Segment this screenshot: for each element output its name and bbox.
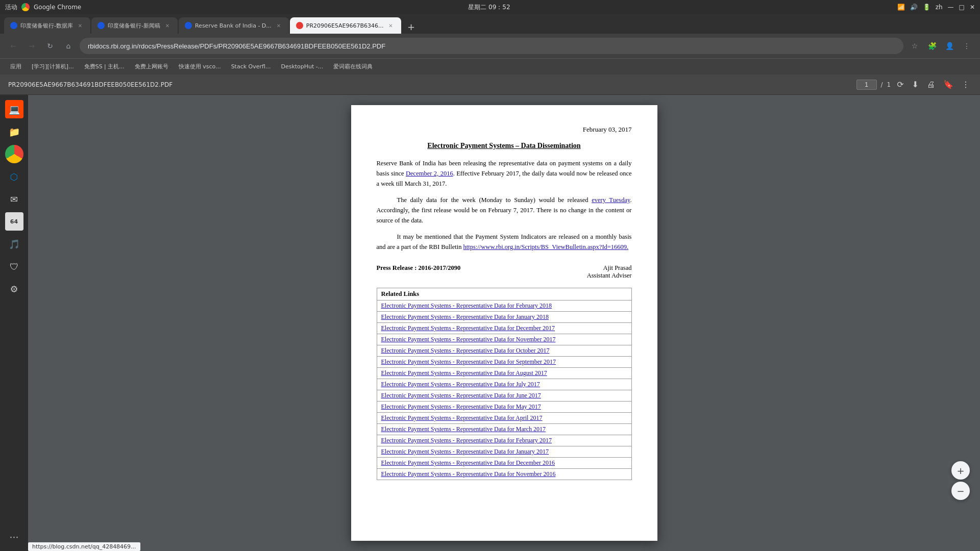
- tab-1[interactable]: 印度储备银行-数据库 ✕: [4, 17, 90, 34]
- related-link-10[interactable]: Electronic Payment Systems - Representat…: [381, 414, 543, 421]
- tab-favicon-4: [296, 22, 303, 29]
- sidebar-icon-email[interactable]: ✉: [5, 190, 23, 208]
- left-sidebar: 💻 📁 ⬡ ✉ 64 🎵 🛡 ⚙ ⋯: [0, 95, 28, 551]
- bookmark-6[interactable]: DesktopHut -...: [277, 61, 327, 72]
- pdf-print-button[interactable]: 🖨: [925, 78, 937, 91]
- related-link-1[interactable]: Electronic Payment Systems - Representat…: [381, 313, 549, 320]
- related-link-0[interactable]: Electronic Payment Systems - Representat…: [381, 302, 552, 309]
- address-input[interactable]: [80, 38, 903, 54]
- sidebar-icon-vscode[interactable]: ⬡: [5, 167, 23, 186]
- pdf-bookmark-button[interactable]: 🔖: [941, 78, 955, 91]
- bookmark-3[interactable]: 免费上网账号: [131, 61, 173, 72]
- table-row: Electronic Payment Systems - Representat…: [377, 379, 631, 390]
- pdf-toolbar: PR20906E5AE9667B634691BDFEEB050EE561D2.P…: [0, 74, 980, 95]
- sidebar-icon-apps[interactable]: ⋯: [5, 528, 23, 546]
- tab-2[interactable]: 印度储备银行-新闻稿 ✕: [91, 17, 178, 34]
- bookmark-star-icon[interactable]: ☆: [908, 39, 922, 53]
- toolbar-icons: ☆ 🧩 👤 ⋮: [908, 39, 974, 53]
- link-bulletin[interactable]: https://www.rbi.org.in/Scripts/BS_ViewBu…: [463, 243, 629, 251]
- battery-icon: 🔋: [923, 4, 930, 11]
- back-button[interactable]: ←: [6, 39, 20, 53]
- press-release-label: Press Release : 2016-2017/2090: [377, 264, 461, 272]
- sidebar-icon-music[interactable]: 🎵: [5, 235, 23, 253]
- signatory-section: Ajit Prasad Assistant Adviser: [587, 264, 632, 280]
- tab-label-4: PR20906E5AE9667B6346...: [306, 22, 384, 29]
- related-link-3[interactable]: Electronic Payment Systems - Representat…: [381, 336, 556, 343]
- pdf-area[interactable]: February 03, 2017 Electronic Payment Sys…: [28, 95, 980, 551]
- reload-button[interactable]: ↻: [43, 39, 57, 53]
- tab-close-1[interactable]: ✕: [76, 21, 84, 30]
- tab-close-3[interactable]: ✕: [275, 21, 283, 30]
- sidebar-icon-terminal[interactable]: 💻: [5, 100, 23, 118]
- sidebar-icon-vpn[interactable]: 🛡: [5, 257, 23, 276]
- table-row: Electronic Payment Systems - Representat…: [377, 368, 631, 379]
- related-link-4[interactable]: Electronic Payment Systems - Representat…: [381, 347, 550, 354]
- pdf-more-button[interactable]: ⋮: [960, 78, 972, 91]
- table-row: Electronic Payment Systems - Representat…: [377, 312, 631, 323]
- page-number-input[interactable]: [856, 80, 877, 90]
- profile-icon[interactable]: 👤: [942, 39, 957, 53]
- tab-close-4[interactable]: ✕: [387, 21, 395, 30]
- sidebar-icon-chrome[interactable]: [5, 145, 23, 163]
- bookmark-2[interactable]: 免费SS | 主机...: [80, 61, 129, 72]
- menu-icon[interactable]: ⋮: [960, 39, 974, 53]
- related-link-2[interactable]: Electronic Payment Systems - Representat…: [381, 324, 555, 332]
- bookmark-apps[interactable]: 应用: [6, 61, 26, 72]
- new-tab-button[interactable]: +: [404, 19, 419, 34]
- bookmark-4[interactable]: 快速使用 vsco...: [175, 61, 225, 72]
- related-link-15[interactable]: Electronic Payment Systems - Representat…: [381, 470, 556, 478]
- zoom-in-button[interactable]: +: [951, 461, 970, 480]
- related-links-header: Related Links: [377, 288, 631, 300]
- tab-4[interactable]: PR20906E5AE9667B6346... ✕: [290, 17, 401, 34]
- minimize-button[interactable]: —: [948, 4, 954, 11]
- table-row: Electronic Payment Systems - Representat…: [377, 413, 631, 424]
- sidebar-icon-settings[interactable]: ⚙: [5, 280, 23, 298]
- related-link-12[interactable]: Electronic Payment Systems - Representat…: [381, 437, 552, 444]
- sidebar-icon-files[interactable]: 📁: [5, 122, 23, 141]
- bookmark-1[interactable]: [学习][计算机]...: [28, 61, 78, 72]
- tab-favicon-3: [185, 22, 192, 29]
- table-row: Electronic Payment Systems - Representat…: [377, 469, 631, 480]
- link-tuesday[interactable]: every Tuesday: [592, 196, 630, 204]
- tab-close-2[interactable]: ✕: [163, 21, 172, 30]
- extensions-icon[interactable]: 🧩: [925, 39, 939, 53]
- link-december[interactable]: December 2, 2016: [406, 170, 453, 177]
- app-name-label: Google Chrome: [34, 4, 81, 11]
- signatory-name: Ajit Prasad: [587, 264, 632, 272]
- maximize-button[interactable]: □: [959, 4, 965, 11]
- chrome-taskbar-icon[interactable]: [21, 3, 30, 11]
- zoom-controls: + −: [951, 461, 970, 500]
- signatory-title: Assistant Adviser: [587, 272, 632, 280]
- forward-button[interactable]: →: [24, 39, 39, 53]
- page-separator: /: [881, 81, 883, 88]
- zoom-out-button[interactable]: −: [951, 482, 970, 500]
- related-link-11[interactable]: Electronic Payment Systems - Representat…: [381, 425, 546, 433]
- pdf-download-button[interactable]: ⬇: [910, 78, 921, 91]
- related-link-9[interactable]: Electronic Payment Systems - Representat…: [381, 403, 541, 410]
- sidebar-icon-64[interactable]: 64: [5, 212, 23, 231]
- table-row: Electronic Payment Systems - Representat…: [377, 435, 631, 446]
- activities-button[interactable]: 活动: [5, 3, 17, 12]
- main-area: 💻 📁 ⬡ ✉ 64 🎵 🛡 ⚙ ⋯ February 03, 2017 Ele…: [0, 95, 980, 551]
- close-button[interactable]: ✕: [970, 4, 975, 11]
- related-link-8[interactable]: Electronic Payment Systems - Representat…: [381, 392, 541, 399]
- tab-3[interactable]: Reserve Bank of India - D... ✕: [179, 17, 289, 34]
- table-row: Electronic Payment Systems - Representat…: [377, 446, 631, 458]
- tab-label-1: 印度储备银行-数据库: [20, 22, 73, 30]
- pdf-reload-button[interactable]: ⟳: [895, 78, 905, 91]
- related-link-14[interactable]: Electronic Payment Systems - Representat…: [381, 459, 555, 466]
- system-bar: 活动 Google Chrome 星期二 09：52 📶 🔊 🔋 zh — □ …: [0, 0, 980, 14]
- related-link-5[interactable]: Electronic Payment Systems - Representat…: [381, 358, 556, 365]
- bookmark-5[interactable]: Stack Overfl...: [227, 61, 275, 72]
- related-link-13[interactable]: Electronic Payment Systems - Representat…: [381, 448, 549, 455]
- tab-favicon-1: [10, 22, 17, 29]
- table-row: Electronic Payment Systems - Representat…: [377, 424, 631, 435]
- bookmark-7[interactable]: 爱词霸在线词典: [329, 61, 377, 72]
- related-link-7[interactable]: Electronic Payment Systems - Representat…: [381, 381, 540, 388]
- pdf-main-title: Electronic Payment Systems – Data Dissem…: [377, 142, 632, 150]
- pdf-filename: PR20906E5AE9667B634691BDFEEB050EE561D2.P…: [8, 81, 173, 88]
- tab-label-2: 印度储备银行-新闻稿: [108, 22, 160, 30]
- related-link-6[interactable]: Electronic Payment Systems - Representat…: [381, 369, 547, 377]
- home-button[interactable]: ⌂: [61, 39, 76, 53]
- pdf-page: February 03, 2017 Electronic Payment Sys…: [351, 105, 657, 541]
